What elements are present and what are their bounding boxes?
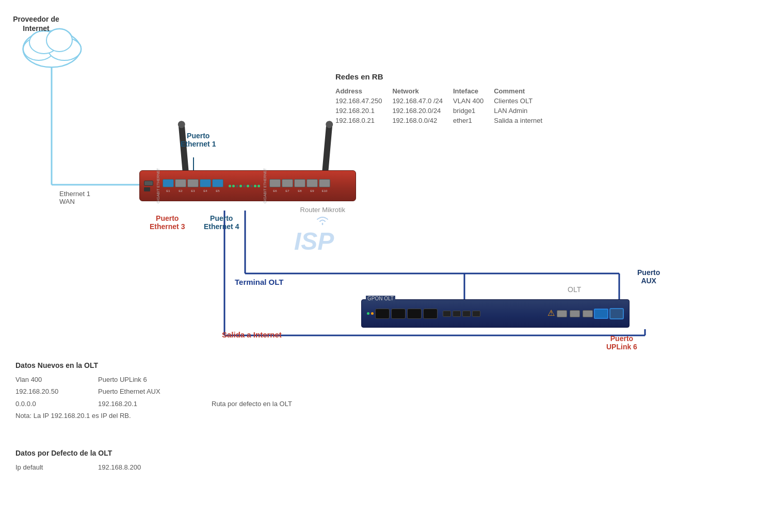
col-network: Network	[392, 86, 453, 96]
router-label: Router Mikrotik	[300, 206, 345, 214]
table-row: 192.168.0.21192.168.0.0/42ether1Salida a…	[335, 116, 553, 125]
olt-led-1	[367, 312, 369, 315]
list-item: 0.0.0.0192.168.20.1Ruta por defecto en l…	[15, 398, 292, 410]
col-interface: Inteface	[453, 86, 494, 96]
list-item: Ip default192.168.8.200	[15, 461, 201, 473]
table-cell-interface: VLAN 400	[453, 96, 494, 106]
terminal-olt-label: Terminal OLT	[235, 278, 283, 286]
datos-nuevos-note: Nota: La IP 192.168.20.1 es IP del RB.	[15, 412, 292, 420]
table-cell-comment: Clientes OLT	[494, 96, 553, 106]
datos-defecto-title: Datos por Defecto de la OLT	[15, 449, 201, 457]
table-cell-network: 192.168.20.0/24	[392, 106, 453, 116]
olt-uplink-ports	[609, 308, 624, 319]
table-cell-interface: ether1	[453, 116, 494, 125]
datos-nuevos-title: Datos Nuevos en la OLT	[15, 361, 292, 369]
router-mikrotik: GIGABIT ETHERNET E1 E2 E3 E4 E5	[139, 170, 356, 209]
router-body: GIGABIT ETHERNET E1 E2 E3 E4 E5	[139, 170, 356, 201]
table-cell-network: 192.168.0.0/42	[392, 116, 453, 125]
table-cell-address: 192.168.47.250	[335, 96, 392, 106]
olt-body: GPON OLT ⚠	[361, 299, 630, 328]
table-cell-comment: Salida a internet	[494, 116, 553, 125]
diagram-container: Proveedor deInternet Ethernet 1 WAN GIGA…	[0, 0, 774, 532]
olt-label: OLT	[568, 285, 581, 294]
port-aux-label: Puerto AUX	[637, 268, 660, 285]
isp-wifi-icon	[315, 214, 330, 229]
table-cell-interface: bridge1	[453, 106, 494, 116]
olt-device: GPON OLT ⚠	[361, 299, 630, 333]
redes-rb-table: Redes en RB Address Network Inteface Com…	[335, 72, 553, 125]
col-address: Address	[335, 86, 392, 96]
olt-small-ports	[443, 311, 480, 317]
olt-aux-port	[594, 309, 608, 319]
port-uplink-label: Puerto UPLink 6	[606, 334, 637, 351]
table-row: 192.168.47.250192.168.47.0 /24VLAN 400Cl…	[335, 96, 553, 106]
col-comment: Comment	[494, 86, 553, 96]
port-eth3-label: Puerto Ethernet 3	[150, 214, 185, 231]
datos-defecto-section: Datos por Defecto de la OLT Ip default19…	[15, 449, 201, 473]
list-item: Vlan 400Puerto UPLink 6	[15, 374, 292, 385]
port-eth4-label: Puerto Ethernet 4	[204, 214, 239, 231]
table-cell-comment: LAN Admin	[494, 106, 553, 116]
olt-sfp-ports	[375, 309, 438, 319]
router-leds	[229, 185, 260, 187]
isp-label: ISP	[294, 227, 334, 255]
table-cell-address: 192.168.0.21	[335, 116, 392, 125]
wan-label: Ethernet 1 WAN	[59, 190, 90, 205]
table-cell-network: 192.168.47.0 /24	[392, 96, 453, 106]
salida-internet-label: Salida a Internet	[222, 330, 282, 339]
olt-device-label: GPON OLT	[366, 296, 395, 301]
olt-led-2	[371, 312, 374, 315]
redes-rb-title: Redes en RB	[335, 72, 553, 81]
olt-warning-icon: ⚠	[547, 309, 557, 318]
table-cell-address: 192.168.20.1	[335, 106, 392, 116]
datos-nuevos-section: Datos Nuevos en la OLT Vlan 400Puerto UP…	[15, 361, 292, 420]
cloud-label: Proveedor deInternet	[5, 14, 67, 33]
olt-eth-ports	[557, 310, 594, 317]
list-item: 192.168.20.50Puerto Ethernet AUX	[15, 385, 292, 397]
table-row: 192.168.20.1192.168.20.0/24bridge1LAN Ad…	[335, 106, 553, 116]
eth1-arrow	[183, 132, 204, 173]
